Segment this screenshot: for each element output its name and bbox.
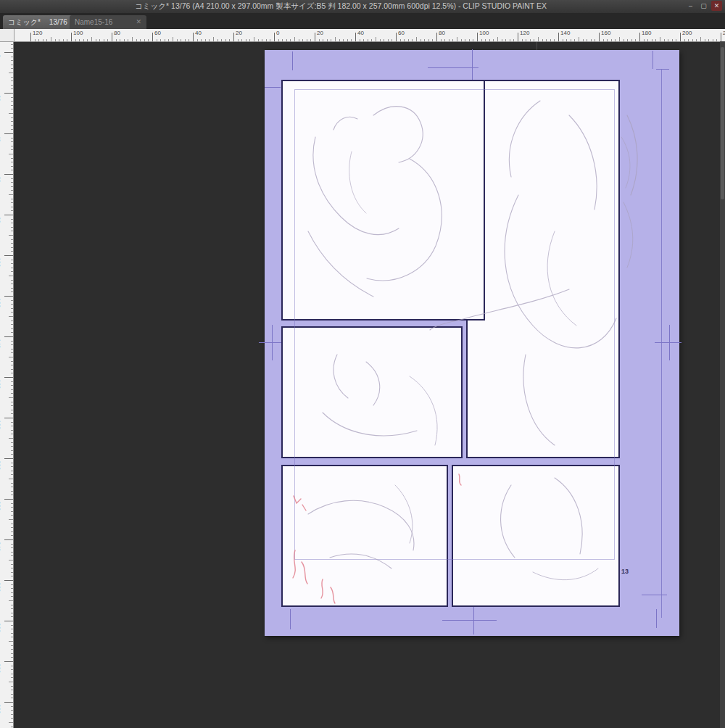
trim-mark-bottom-center — [442, 620, 497, 621]
vertical-scrollbar[interactable] — [720, 41, 725, 728]
comic-panel-3[interactable] — [281, 326, 463, 458]
vertical-ruler[interactable]: 0204060801001201401601802002202402602803… — [0, 42, 14, 728]
window-title: コミック* 13/76 (A4 210.00 x 297.00mm 製本サイズ:… — [0, 1, 682, 12]
trim-mark-top-left — [265, 87, 281, 88]
window-controls: – ▢ ✕ — [685, 1, 722, 11]
trim-mark-top-left — [292, 51, 293, 70]
trim-mark-bottom-right — [656, 609, 657, 628]
tab-close-icon[interactable]: ✕ — [136, 19, 141, 25]
trim-mark-right-center — [655, 342, 682, 343]
trim-mark-right-center — [669, 325, 670, 360]
minimize-icon[interactable]: – — [685, 1, 696, 11]
trim-mark-bottom-center — [473, 604, 474, 634]
ruler-origin-box — [0, 29, 14, 42]
close-icon[interactable]: ✕ — [711, 1, 722, 11]
page-number-label: 13 — [621, 568, 629, 575]
trim-mark-left-center — [272, 325, 273, 360]
clip-studio-paint-window: コミック* 13/76 (A4 210.00 x 297.00mm 製本サイズ:… — [0, 0, 725, 728]
titlebar[interactable]: コミック* 13/76 (A4 210.00 x 297.00mm 製本サイズ:… — [0, 0, 725, 14]
comic-panel-1[interactable] — [281, 80, 485, 320]
tab-name15-16[interactable]: Name15-16 ✕ — [70, 15, 146, 29]
maximize-icon[interactable]: ▢ — [698, 1, 709, 11]
comic-panel-4[interactable] — [281, 465, 448, 607]
document-tabstrip: コミック* 13/76 ● Name15-16 ✕ — [0, 13, 725, 29]
trim-mark-bottom-left — [290, 609, 291, 629]
tab-label: コミック* — [8, 17, 41, 28]
comic-panel-5[interactable] — [452, 465, 620, 607]
tab-comic-active[interactable]: コミック* 13/76 ● — [3, 15, 75, 29]
horizontal-ruler[interactable]: 1201008060402002040608010012014016018020… — [14, 29, 725, 42]
tab-label: Name15-16 — [75, 18, 112, 26]
trim-mark-top-right — [656, 69, 669, 70]
manga-page-canvas[interactable]: 13 — [265, 50, 679, 636]
tab-page-count: 13/76 — [49, 18, 67, 26]
comic-panel-2[interactable] — [466, 80, 620, 458]
trim-mark-top-center — [428, 67, 478, 68]
trim-mark-bottom-right — [642, 595, 667, 595]
scrollbar-thumb[interactable] — [721, 47, 724, 199]
bleed-guide-line — [661, 69, 662, 618]
trim-mark-top-right — [652, 51, 653, 69]
